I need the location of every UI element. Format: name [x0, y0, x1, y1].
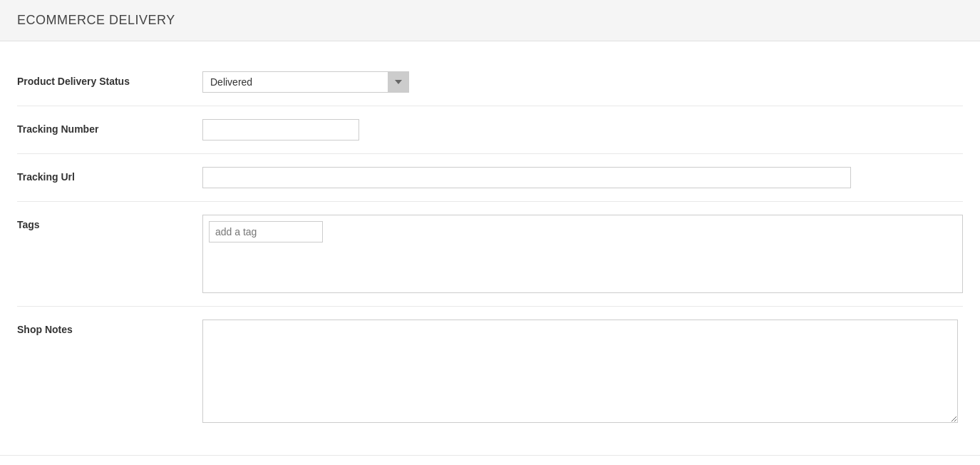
tracking-number-field: [202, 119, 963, 140]
tracking-url-label: Tracking Url: [17, 167, 202, 183]
page-header: ECOMMERCE DELIVERY: [0, 0, 980, 41]
delivery-status-select-wrapper: Delivered Pending Shipped Cancelled: [202, 71, 409, 93]
shop-notes-label: Shop Notes: [17, 320, 202, 335]
delivery-status-field: Delivered Pending Shipped Cancelled: [202, 71, 963, 93]
tags-area[interactable]: [202, 215, 963, 293]
shop-notes-field: [202, 320, 963, 425]
tracking-url-input[interactable]: [202, 167, 851, 188]
form-container: Product Delivery Status Delivered Pendin…: [0, 41, 980, 455]
shop-notes-row: Shop Notes: [17, 307, 963, 438]
delivery-status-label: Product Delivery Status: [17, 71, 202, 87]
delivery-status-row: Product Delivery Status Delivered Pendin…: [17, 58, 963, 106]
tags-row: Tags: [17, 202, 963, 307]
delivery-status-select[interactable]: Delivered Pending Shipped Cancelled: [202, 71, 409, 93]
tracking-number-row: Tracking Number: [17, 106, 963, 154]
button-row: Save Save & Close: [0, 455, 980, 465]
tracking-number-label: Tracking Number: [17, 119, 202, 135]
tag-input[interactable]: [209, 221, 323, 242]
page-title: ECOMMERCE DELIVERY: [17, 13, 963, 28]
shop-notes-textarea[interactable]: [202, 320, 958, 423]
tracking-url-row: Tracking Url: [17, 154, 963, 202]
tags-label: Tags: [17, 215, 202, 230]
tracking-number-input[interactable]: [202, 119, 359, 140]
tracking-url-field: [202, 167, 963, 188]
tags-field: [202, 215, 963, 293]
